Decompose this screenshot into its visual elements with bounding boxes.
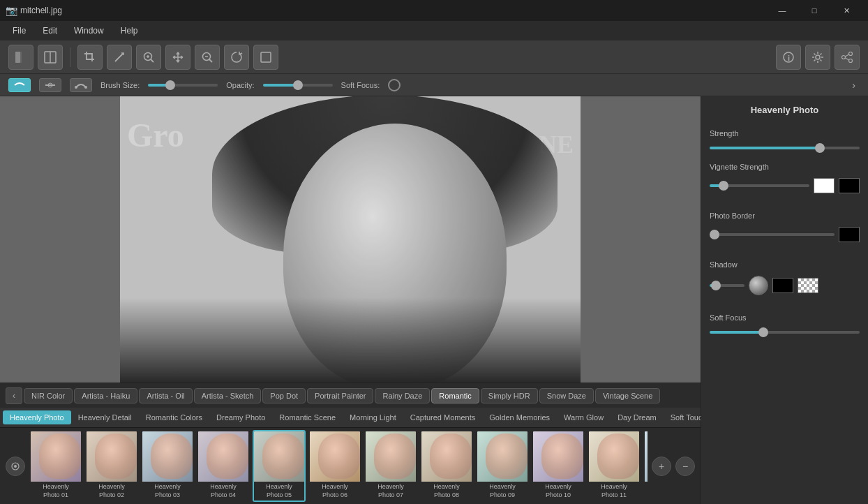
menu-help[interactable]: Help <box>114 23 145 38</box>
filter-tab-portrait-painter[interactable]: Portrait Painter <box>307 388 373 403</box>
soft-focus-section: Soft Focus <box>710 313 860 336</box>
vignette-slider[interactable] <box>710 184 809 187</box>
strength-slider[interactable] <box>710 147 860 149</box>
filter-tab-artista-haiku[interactable]: Artista - Haiku <box>74 388 137 403</box>
thumbnail-06[interactable]: HeavenlyPhoto 06 <box>308 430 361 502</box>
app-icon: 📷 <box>6 5 17 16</box>
sub-tab-day-dream[interactable]: Day Dream <box>611 410 664 424</box>
close-button[interactable]: ✕ <box>830 0 862 21</box>
brush-type-3[interactable] <box>70 78 92 92</box>
shadow-slider[interactable] <box>710 284 744 287</box>
zoom-in-button[interactable] <box>136 45 161 70</box>
filter-nav-prev[interactable]: ‹ <box>6 387 22 404</box>
settings-button[interactable] <box>805 45 830 70</box>
thumb-zoom-out[interactable]: − <box>675 457 695 476</box>
filter-tab-romantic[interactable]: Romantic <box>431 388 479 403</box>
sub-tab-heavenly-photo[interactable]: Heavenly Photo <box>3 410 71 424</box>
menu-window[interactable]: Window <box>67 23 111 38</box>
svg-point-23 <box>75 86 77 89</box>
menu-edit[interactable]: Edit <box>36 23 64 38</box>
main-toolbar: i <box>0 40 868 74</box>
right-panel: Heavenly Photo Strength Vignette Strengt… <box>701 96 868 504</box>
svg-rect-0 <box>15 52 20 63</box>
svg-point-19 <box>849 59 853 62</box>
brush-type-1[interactable] <box>8 78 31 92</box>
thumbnail-03[interactable]: HeavenlyPhoto 03 <box>141 430 194 502</box>
filter-tab-artista-sketch[interactable]: Artista - Sketch <box>194 388 262 403</box>
opacity-slider[interactable] <box>263 84 333 87</box>
thumbnail-08[interactable]: HeavenlyPhoto 08 <box>420 430 473 502</box>
sub-tab-romantic-scene[interactable]: Romantic Scene <box>272 410 343 424</box>
soft-focus-panel-slider[interactable] <box>710 331 860 334</box>
photo-border-slider[interactable] <box>710 233 835 236</box>
shadow-section: Shadow <box>710 260 860 302</box>
compare-button[interactable] <box>38 45 63 70</box>
share-button[interactable] <box>835 45 860 70</box>
thumbnail-strip: HeavenlyPhoto 01 HeavenlyPhoto 02 Heaven… <box>0 427 701 504</box>
minimize-button[interactable]: — <box>766 0 798 21</box>
thumbnail-10[interactable]: HeavenlyPhoto 10 <box>532 430 585 502</box>
vignette-color-white[interactable] <box>814 178 835 193</box>
sub-tab-soft-touch[interactable]: Soft Touch <box>664 410 701 424</box>
filter-tab-artista-oil[interactable]: Artista - Oil <box>139 388 192 403</box>
thumbnail-11[interactable]: HeavenlyPhoto 11 <box>588 430 641 502</box>
sub-tab-morning-light[interactable]: Morning Light <box>343 410 403 424</box>
svg-line-11 <box>209 59 212 62</box>
sub-tab-heavenly-detail[interactable]: Heavenly Detail <box>71 410 139 424</box>
thumbnail-01[interactable]: HeavenlyPhoto 01 <box>29 430 82 502</box>
thumbnail-scroll: HeavenlyPhoto 01 HeavenlyPhoto 02 Heaven… <box>29 430 648 502</box>
shadow-color-black[interactable] <box>772 278 793 293</box>
content-row: Gro NE ‹ NIR Color <box>0 96 868 504</box>
info-button[interactable]: i <box>776 45 801 70</box>
brush-size-label: Brush Size: <box>100 81 140 89</box>
shadow-color-checker[interactable] <box>798 278 818 293</box>
brush-toolbar-nav-arrow[interactable]: › <box>848 78 860 92</box>
move-button[interactable] <box>165 45 190 70</box>
sub-tab-romantic-colors[interactable]: Romantic Colors <box>139 410 209 424</box>
sub-tab-golden-memories[interactable]: Golden Memories <box>482 410 557 424</box>
crop-button[interactable] <box>77 45 103 70</box>
thumbnail-02[interactable]: HeavenlyPhoto 02 <box>85 430 138 502</box>
shadow-circle[interactable] <box>749 276 768 295</box>
vignette-label: Vignette Strength <box>710 163 772 171</box>
opacity-label: Opacity: <box>226 81 254 89</box>
thumbnail-12[interactable]: HeavenlyPhoto 12 <box>643 430 648 502</box>
maximize-button[interactable]: □ <box>798 0 830 21</box>
thumbnail-04[interactable]: HeavenlyPhoto 04 <box>197 430 250 502</box>
left-content: Gro NE ‹ NIR Color <box>0 96 701 504</box>
svg-line-8 <box>151 59 154 62</box>
straighten-button[interactable] <box>107 45 132 70</box>
filter-tab-nir-color[interactable]: NIR Color <box>24 388 73 403</box>
brush-type-2[interactable] <box>39 78 61 92</box>
redo-button[interactable] <box>224 45 249 70</box>
fullscreen-button[interactable] <box>253 45 278 70</box>
menu-file[interactable]: File <box>6 23 33 38</box>
thumbnail-07[interactable]: HeavenlyPhoto 07 <box>364 430 417 502</box>
filter-tab-snow-daze[interactable]: Snow Daze <box>539 388 594 403</box>
shadow-label: Shadow <box>710 260 772 269</box>
zoom-out-button[interactable] <box>195 45 220 70</box>
thumb-zoom-fit[interactable] <box>6 457 25 476</box>
brush-size-slider[interactable] <box>148 84 218 87</box>
svg-point-17 <box>842 55 846 59</box>
sub-tab-warm-glow[interactable]: Warm Glow <box>557 410 611 424</box>
svg-line-21 <box>845 58 849 60</box>
photo-border-label: Photo Border <box>710 212 772 220</box>
menubar: File Edit Window Help <box>0 21 868 40</box>
filter-tab-simply-hdr[interactable]: Simply HDR <box>481 388 538 403</box>
sub-tab-dreamy-photo[interactable]: Dreamy Photo <box>209 410 272 424</box>
panel-title: Heavenly Photo <box>710 105 860 115</box>
filter-tabs: ‹ NIR Color Artista - Haiku Artista - Oi… <box>0 383 701 408</box>
filter-tab-rainy-daze[interactable]: Rainy Daze <box>375 388 430 403</box>
app-layout: 📷 mitchell.jpg — □ ✕ File Edit Window He… <box>0 0 868 504</box>
sub-tab-captured-moments[interactable]: Captured Moments <box>403 410 483 424</box>
thumb-zoom-in[interactable]: + <box>652 457 671 476</box>
photo-border-color[interactable] <box>839 227 860 242</box>
vignette-color-black[interactable] <box>839 178 860 193</box>
thumbnail-05[interactable]: HeavenlyPhoto 05 <box>253 430 306 502</box>
original-view-button[interactable] <box>8 45 33 70</box>
titlebar: 📷 mitchell.jpg — □ ✕ <box>0 0 868 21</box>
thumbnail-09[interactable]: HeavenlyPhoto 09 <box>476 430 529 502</box>
filter-tab-vintage-scene[interactable]: Vintage Scene <box>595 388 660 403</box>
filter-tab-pop-dot[interactable]: Pop Dot <box>262 388 306 403</box>
